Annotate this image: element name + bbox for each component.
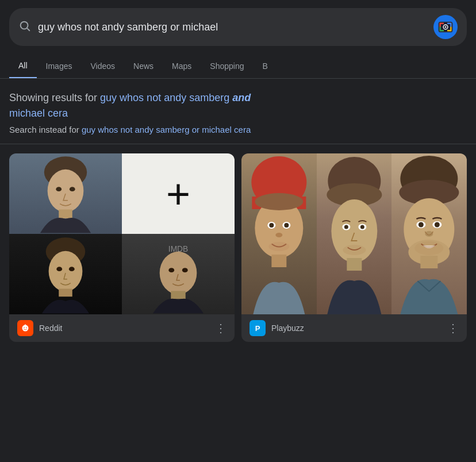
playbuzz-icon: P [249, 320, 266, 336]
tab-news[interactable]: News [124, 55, 163, 78]
svg-point-27 [22, 327, 24, 328]
svg-rect-18 [171, 291, 185, 299]
source-name-2: Playbuzz [271, 324, 442, 333]
svg-point-15 [69, 267, 75, 271]
image-panel-1 [9, 153, 122, 234]
svg-point-9 [56, 187, 62, 191]
result-image-1: + IMDB [9, 153, 235, 314]
search-instead-text: Search instead for guy whos not andy sam… [9, 125, 467, 134]
source-bar-2: P Playbuzz ⋮ [241, 314, 467, 342]
svg-point-32 [255, 193, 303, 210]
more-options-1[interactable]: ⋮ [215, 321, 227, 335]
result-card-1[interactable]: + IMDB [9, 153, 235, 342]
svg-point-45 [344, 225, 348, 229]
more-options-2[interactable]: ⋮ [447, 321, 459, 335]
svg-point-17 [160, 252, 197, 294]
svg-line-1 [27, 28, 29, 30]
search-icon [18, 20, 31, 35]
svg-point-28 [26, 327, 28, 328]
source-name-1: Reddit [39, 324, 209, 333]
tab-shopping[interactable]: Shopping [201, 55, 253, 78]
svg-point-37 [284, 223, 289, 228]
svg-point-14 [56, 267, 62, 271]
image-panel-4: IMDB [122, 234, 235, 314]
svg-point-5 [444, 26, 446, 28]
svg-rect-43 [347, 258, 362, 271]
original-query-link[interactable]: guy whos not andy samberg or michael cer… [82, 125, 251, 134]
result-image-2 [241, 153, 467, 314]
svg-point-47 [360, 225, 364, 229]
svg-rect-53 [421, 256, 438, 268]
search-bar-container [0, 0, 476, 54]
svg-point-35 [269, 223, 274, 228]
result-card-2[interactable]: P Playbuzz ⋮ [241, 153, 467, 342]
nav-tabs: All Images Videos News Maps Shopping B [0, 54, 476, 79]
tab-books[interactable]: B [253, 55, 277, 78]
search-input[interactable] [38, 21, 427, 33]
image-panel-plus: + [122, 153, 235, 234]
svg-point-19 [168, 268, 174, 272]
image-panel-3 [9, 234, 122, 314]
reddit-icon [17, 320, 33, 336]
google-lens-button[interactable] [433, 15, 458, 39]
correction-area: Showing results for guy whos not andy sa… [0, 79, 476, 144]
svg-point-10 [70, 187, 75, 191]
svg-text:P: P [255, 324, 260, 333]
svg-point-39 [268, 242, 289, 251]
svg-point-59 [415, 241, 444, 255]
svg-point-20 [182, 268, 188, 272]
tab-maps[interactable]: Maps [163, 55, 201, 78]
tab-videos[interactable]: Videos [81, 55, 124, 78]
face-panel-3 [391, 153, 467, 314]
svg-point-57 [435, 222, 440, 228]
svg-point-55 [419, 222, 424, 228]
svg-point-25 [25, 325, 26, 326]
svg-point-48 [343, 245, 366, 255]
svg-rect-13 [59, 288, 72, 297]
tab-all[interactable]: All [9, 54, 37, 79]
tab-images[interactable]: Images [37, 55, 82, 78]
svg-point-38 [275, 233, 282, 237]
face-panel-2 [317, 153, 392, 314]
source-bar-1: Reddit ⋮ [9, 314, 235, 342]
face-panel-1 [241, 153, 317, 314]
showing-results-text: Showing results for guy whos not andy sa… [9, 90, 467, 121]
search-bar [9, 8, 467, 46]
image-results: + IMDB [0, 144, 476, 351]
svg-rect-8 [59, 209, 72, 218]
svg-rect-33 [271, 255, 286, 267]
